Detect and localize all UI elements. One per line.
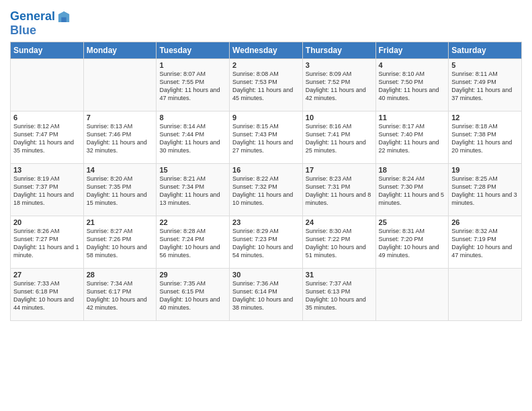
day-number: 6 xyxy=(13,113,81,122)
calendar-cell: 10Sunrise: 8:16 AMSunset: 7:41 PMDayligh… xyxy=(302,111,375,163)
day-info: Sunrise: 8:31 AMSunset: 7:20 PMDaylight:… xyxy=(379,227,446,260)
week-row-1: 1Sunrise: 8:07 AMSunset: 7:55 PMDaylight… xyxy=(11,58,522,111)
calendar-cell: 5Sunrise: 8:11 AMSunset: 7:49 PMDaylight… xyxy=(449,58,522,111)
weekday-header-row: SundayMondayTuesdayWednesdayThursdayFrid… xyxy=(11,42,522,58)
day-info: Sunrise: 7:36 AMSunset: 6:14 PMDaylight:… xyxy=(232,279,300,312)
day-info: Sunrise: 8:22 AMSunset: 7:32 PMDaylight:… xyxy=(232,175,300,208)
day-number: 20 xyxy=(13,218,81,226)
calendar-cell: 24Sunrise: 8:30 AMSunset: 7:22 PMDayligh… xyxy=(302,216,375,268)
day-info: Sunrise: 8:18 AMSunset: 7:38 PMDaylight:… xyxy=(451,122,519,155)
day-info: Sunrise: 8:20 AMSunset: 7:35 PMDaylight:… xyxy=(87,175,154,208)
day-info: Sunrise: 8:21 AMSunset: 7:34 PMDaylight:… xyxy=(159,175,226,208)
weekday-header-saturday: Saturday xyxy=(449,42,522,58)
calendar-cell: 28Sunrise: 7:34 AMSunset: 6:17 PMDayligh… xyxy=(83,268,157,320)
day-info: Sunrise: 7:34 AMSunset: 6:17 PMDaylight:… xyxy=(87,279,154,312)
calendar-cell: 20Sunrise: 8:26 AMSunset: 7:27 PMDayligh… xyxy=(11,216,84,268)
day-info: Sunrise: 8:08 AMSunset: 7:53 PMDaylight:… xyxy=(232,70,300,103)
day-number: 19 xyxy=(451,166,519,174)
calendar-cell xyxy=(449,268,522,320)
day-number: 4 xyxy=(379,61,446,69)
day-number: 29 xyxy=(159,271,226,279)
day-number: 25 xyxy=(379,218,446,226)
calendar-cell: 17Sunrise: 8:23 AMSunset: 7:31 PMDayligh… xyxy=(302,163,375,216)
day-number: 3 xyxy=(306,61,373,69)
day-number: 27 xyxy=(13,271,81,279)
day-number: 10 xyxy=(306,113,373,122)
day-info: Sunrise: 8:07 AMSunset: 7:55 PMDaylight:… xyxy=(159,70,226,103)
weekday-header-thursday: Thursday xyxy=(302,42,375,58)
week-row-4: 20Sunrise: 8:26 AMSunset: 7:27 PMDayligh… xyxy=(11,216,522,268)
calendar-cell xyxy=(375,268,449,320)
calendar-cell xyxy=(11,58,84,111)
day-number: 18 xyxy=(379,166,446,174)
calendar-cell: 6Sunrise: 8:12 AMSunset: 7:47 PMDaylight… xyxy=(11,111,84,163)
day-info: Sunrise: 8:27 AMSunset: 7:26 PMDaylight:… xyxy=(87,227,154,260)
day-info: Sunrise: 8:24 AMSunset: 7:30 PMDaylight:… xyxy=(379,175,446,208)
calendar-cell: 2Sunrise: 8:08 AMSunset: 7:53 PMDaylight… xyxy=(230,58,303,111)
day-number: 28 xyxy=(87,271,154,279)
calendar-cell: 31Sunrise: 7:37 AMSunset: 6:13 PMDayligh… xyxy=(302,268,375,320)
day-info: Sunrise: 8:10 AMSunset: 7:50 PMDaylight:… xyxy=(379,70,446,103)
day-info: Sunrise: 8:16 AMSunset: 7:41 PMDaylight:… xyxy=(306,122,373,155)
day-number: 16 xyxy=(232,166,300,174)
weekday-header-friday: Friday xyxy=(375,42,449,58)
calendar-cell: 1Sunrise: 8:07 AMSunset: 7:55 PMDaylight… xyxy=(157,58,230,111)
day-number: 30 xyxy=(232,271,300,279)
header: General Blue xyxy=(10,7,522,38)
weekday-header-wednesday: Wednesday xyxy=(230,42,303,58)
day-info: Sunrise: 8:29 AMSunset: 7:23 PMDaylight:… xyxy=(232,227,300,260)
day-info: Sunrise: 8:30 AMSunset: 7:22 PMDaylight:… xyxy=(306,227,373,260)
day-number: 9 xyxy=(232,113,300,122)
day-number: 24 xyxy=(306,218,373,226)
calendar-cell: 23Sunrise: 8:29 AMSunset: 7:23 PMDayligh… xyxy=(230,216,303,268)
logo-text-blue: Blue xyxy=(10,24,71,38)
day-info: Sunrise: 8:12 AMSunset: 7:47 PMDaylight:… xyxy=(13,122,81,155)
day-info: Sunrise: 8:23 AMSunset: 7:31 PMDaylight:… xyxy=(306,175,373,208)
logo-text-general: General xyxy=(10,10,55,24)
calendar-table: SundayMondayTuesdayWednesdayThursdayFrid… xyxy=(10,42,522,321)
calendar-cell: 25Sunrise: 8:31 AMSunset: 7:20 PMDayligh… xyxy=(375,216,449,268)
day-number: 22 xyxy=(159,218,226,226)
day-info: Sunrise: 8:09 AMSunset: 7:52 PMDaylight:… xyxy=(306,70,373,103)
calendar-cell: 18Sunrise: 8:24 AMSunset: 7:30 PMDayligh… xyxy=(375,163,449,216)
calendar-cell: 19Sunrise: 8:25 AMSunset: 7:28 PMDayligh… xyxy=(449,163,522,216)
day-number: 31 xyxy=(306,271,373,279)
weekday-header-tuesday: Tuesday xyxy=(157,42,230,58)
day-info: Sunrise: 8:28 AMSunset: 7:24 PMDaylight:… xyxy=(159,227,226,260)
day-number: 15 xyxy=(159,166,226,174)
weekday-header-sunday: Sunday xyxy=(11,42,84,58)
day-info: Sunrise: 8:15 AMSunset: 7:43 PMDaylight:… xyxy=(232,122,300,155)
calendar-cell xyxy=(83,58,157,111)
day-info: Sunrise: 8:14 AMSunset: 7:44 PMDaylight:… xyxy=(159,122,226,155)
day-number: 23 xyxy=(232,218,300,226)
day-number: 11 xyxy=(379,113,446,122)
day-number: 21 xyxy=(87,218,154,226)
week-row-2: 6Sunrise: 8:12 AMSunset: 7:47 PMDaylight… xyxy=(11,111,522,163)
calendar-cell: 3Sunrise: 8:09 AMSunset: 7:52 PMDaylight… xyxy=(302,58,375,111)
day-info: Sunrise: 8:25 AMSunset: 7:28 PMDaylight:… xyxy=(451,175,519,208)
calendar-cell: 8Sunrise: 8:14 AMSunset: 7:44 PMDaylight… xyxy=(157,111,230,163)
day-number: 12 xyxy=(451,113,519,122)
day-number: 13 xyxy=(13,166,81,174)
day-number: 17 xyxy=(306,166,373,174)
calendar-cell: 21Sunrise: 8:27 AMSunset: 7:26 PMDayligh… xyxy=(83,216,157,268)
day-info: Sunrise: 8:11 AMSunset: 7:49 PMDaylight:… xyxy=(451,70,519,103)
page: General Blue SundayMondayTuesdayWednesda… xyxy=(0,0,532,411)
calendar-cell: 13Sunrise: 8:19 AMSunset: 7:37 PMDayligh… xyxy=(11,163,84,216)
calendar-cell: 7Sunrise: 8:13 AMSunset: 7:46 PMDaylight… xyxy=(83,111,157,163)
day-info: Sunrise: 7:33 AMSunset: 6:18 PMDaylight:… xyxy=(13,279,81,312)
day-info: Sunrise: 8:26 AMSunset: 7:27 PMDaylight:… xyxy=(13,227,81,260)
calendar-cell: 4Sunrise: 8:10 AMSunset: 7:50 PMDaylight… xyxy=(375,58,449,111)
calendar-cell: 15Sunrise: 8:21 AMSunset: 7:34 PMDayligh… xyxy=(157,163,230,216)
calendar-cell: 30Sunrise: 7:36 AMSunset: 6:14 PMDayligh… xyxy=(230,268,303,320)
day-info: Sunrise: 8:13 AMSunset: 7:46 PMDaylight:… xyxy=(87,122,154,155)
calendar-cell: 9Sunrise: 8:15 AMSunset: 7:43 PMDaylight… xyxy=(230,111,303,163)
weekday-header-monday: Monday xyxy=(83,42,157,58)
logo-icon xyxy=(56,9,71,24)
calendar-cell: 11Sunrise: 8:17 AMSunset: 7:40 PMDayligh… xyxy=(375,111,449,163)
day-number: 26 xyxy=(451,218,519,226)
week-row-3: 13Sunrise: 8:19 AMSunset: 7:37 PMDayligh… xyxy=(11,163,522,216)
calendar-cell: 26Sunrise: 8:32 AMSunset: 7:19 PMDayligh… xyxy=(449,216,522,268)
calendar-cell: 16Sunrise: 8:22 AMSunset: 7:32 PMDayligh… xyxy=(230,163,303,216)
calendar-cell: 22Sunrise: 8:28 AMSunset: 7:24 PMDayligh… xyxy=(157,216,230,268)
